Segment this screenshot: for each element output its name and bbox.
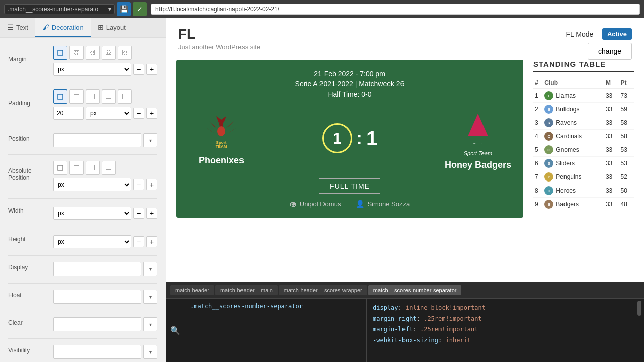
abs-top-btn[interactable] <box>69 161 84 175</box>
margin-right-btn[interactable] <box>86 46 100 60</box>
tab-decoration[interactable]: 🖌 Decoration <box>35 18 91 37</box>
scrollbar-area[interactable] <box>634 299 644 362</box>
css-prop-value: inline-block!important <box>406 304 486 311</box>
match-halftime: Half Time: 0-0 <box>186 90 513 98</box>
padding-unit-select[interactable]: pxemrem <box>86 107 131 120</box>
margin-box-controls <box>53 46 157 60</box>
text-tab-icon: ☰ <box>7 23 14 31</box>
padding-right-btn[interactable] <box>86 89 100 104</box>
abs-all-btn[interactable] <box>53 161 67 175</box>
margin-unit-select[interactable]: pxemrem <box>53 63 131 76</box>
svg-rect-8 <box>124 51 127 54</box>
abs-increment-btn[interactable]: + <box>146 179 157 190</box>
float-select[interactable]: leftrightnone <box>53 290 141 304</box>
points-cell: 73 <box>619 89 634 103</box>
abs-decrement-btn[interactable]: − <box>133 179 144 190</box>
col-rank: # <box>533 77 543 89</box>
standing-header-row: # Club M Pt <box>533 77 634 89</box>
col-pt: Pt <box>619 77 634 89</box>
margin-all-btn[interactable] <box>53 46 67 60</box>
fl-mode-badge: Active <box>602 28 632 40</box>
tab-layout-label: Layout <box>106 24 126 31</box>
save-button[interactable]: 💾 <box>117 2 131 16</box>
matches-cell: 33 <box>604 184 619 198</box>
clear-select[interactable]: leftrightbothnone <box>53 317 141 331</box>
css-selector-panel: .match__scores-number-separator <box>184 299 367 362</box>
margin-left-btn[interactable] <box>118 46 132 60</box>
height-decrement-btn[interactable]: − <box>133 236 144 247</box>
rank-cell: 9 <box>533 198 543 211</box>
standing-title: STANDING TABLE <box>533 60 634 72</box>
tab-layout[interactable]: ⊞ Layout <box>91 18 133 37</box>
padding-value-input[interactable] <box>53 107 84 120</box>
padding-box-controls <box>53 89 157 104</box>
display-controls: blockinline-blockflexnone ▾ <box>53 262 157 276</box>
width-controls: px%em − + <box>53 207 157 220</box>
abs-unit-select[interactable]: pxem <box>53 178 131 191</box>
padding-top-btn[interactable] <box>69 89 84 104</box>
team2-badge: Sport Team <box>464 150 492 157</box>
abs-right-btn[interactable] <box>86 161 100 175</box>
breadcrumb-item[interactable]: match-header__scores-wrapper <box>279 285 367 295</box>
css-property-line: margin-right: .25rem!important <box>373 314 628 325</box>
change-button[interactable]: change <box>588 43 632 60</box>
width-increment-btn[interactable]: + <box>146 208 157 219</box>
url-bar[interactable] <box>151 4 640 15</box>
padding-all-btn[interactable] <box>53 89 67 104</box>
visibility-select[interactable]: visiblehidden <box>53 345 141 359</box>
padding-left-btn[interactable] <box>118 89 132 104</box>
team1-score: 1 <box>322 123 352 153</box>
svg-marker-22 <box>468 114 488 136</box>
width-decrement-btn[interactable]: − <box>133 208 144 219</box>
margin-increment-btn[interactable]: + <box>146 64 157 75</box>
height-increment-btn[interactable]: + <box>146 236 157 247</box>
divider-1 <box>8 83 157 83</box>
css-prop-name: -webkit-box-sizing <box>373 337 438 344</box>
divider-2 <box>8 127 157 127</box>
padding-decrement-btn[interactable]: − <box>133 108 144 119</box>
team2-logo: Sport Team <box>458 106 498 146</box>
rank-cell: 8 <box>533 184 543 198</box>
site-logo: FL <box>178 26 260 42</box>
match-teams: Sport TEAM Phoenixes 1 : 1 <box>186 106 513 170</box>
margin-bottom-btn[interactable] <box>102 46 116 60</box>
team2-name: Honey Badgers <box>445 160 511 170</box>
margin-top-btn[interactable] <box>69 46 84 60</box>
width-row: Width px%em − + <box>8 205 157 220</box>
margin-decrement-btn[interactable]: − <box>133 64 144 75</box>
points-cell: 59 <box>619 103 634 116</box>
scrollbar-thumb[interactable] <box>637 301 641 316</box>
abs-bottom-btn[interactable] <box>102 161 116 175</box>
margin-controls: pxemrem − + <box>53 46 157 76</box>
css-props-panel: display: inline-block!importantmargin-ri… <box>367 299 634 362</box>
confirm-button[interactable]: ✓ <box>133 2 147 16</box>
rank-cell: 6 <box>533 157 543 170</box>
tab-text[interactable]: ☰ Text <box>0 18 35 37</box>
selector-dropdown[interactable]: .match__scores-number-separato ▾ <box>4 4 115 14</box>
referee-icon: 👤 <box>356 200 364 208</box>
panel-content: Margin <box>0 38 166 362</box>
score-display: 1 : 1 <box>322 123 377 153</box>
clear-select-arrow-icon: ▾ <box>143 317 157 331</box>
match-date: 21 Feb 2022 - 7:00 pm <box>186 70 513 78</box>
width-unit-select[interactable]: px%em <box>53 207 131 220</box>
breadcrumb-item[interactable]: match-header__main <box>215 285 278 295</box>
divider-6 <box>8 255 157 256</box>
matches-cell: 33 <box>604 170 619 184</box>
position-select[interactable]: staticrelativeabsolutefixed <box>53 133 141 147</box>
height-unit-select[interactable]: px%em <box>53 235 131 248</box>
divider-7 <box>8 283 157 284</box>
margin-label: Margin <box>8 56 53 63</box>
breadcrumb-item[interactable]: match__scores-number-separator <box>368 285 462 295</box>
dev-tools: match-headermatch-header__mainmatch-head… <box>166 282 644 362</box>
referee-text: Simone Sozza <box>367 200 410 208</box>
svg-point-19 <box>217 126 225 136</box>
padding-increment-btn[interactable]: + <box>146 108 157 119</box>
float-select-arrow-icon: ▾ <box>143 290 157 304</box>
table-row: 2 B Bulldogs 33 59 <box>533 103 634 116</box>
table-row: 8 H Heroes 33 50 <box>533 184 634 198</box>
rank-cell: 5 <box>533 143 543 157</box>
display-select[interactable]: blockinline-blockflexnone <box>53 262 141 276</box>
padding-bottom-btn[interactable] <box>102 89 116 104</box>
breadcrumb-item[interactable]: match-header <box>170 285 214 295</box>
